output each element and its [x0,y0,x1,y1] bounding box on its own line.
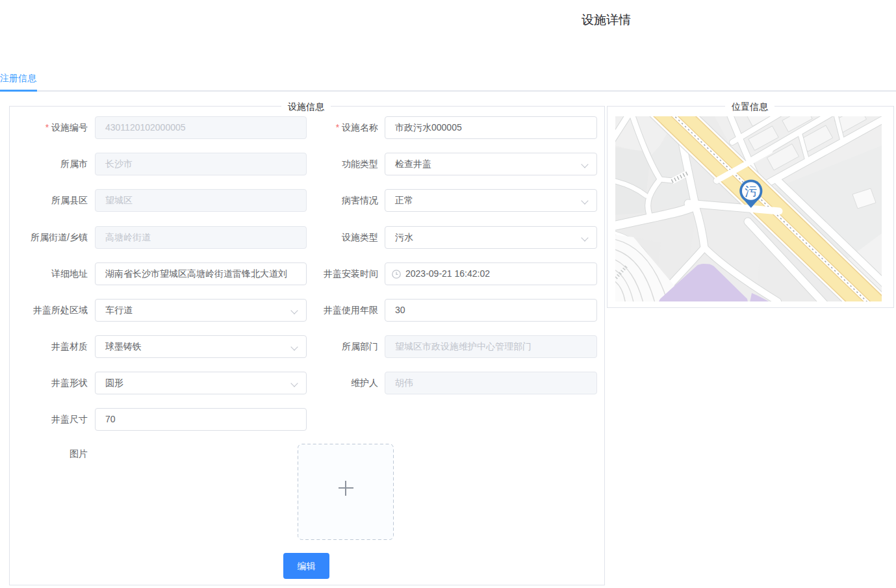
svg-text:污: 污 [745,185,757,198]
